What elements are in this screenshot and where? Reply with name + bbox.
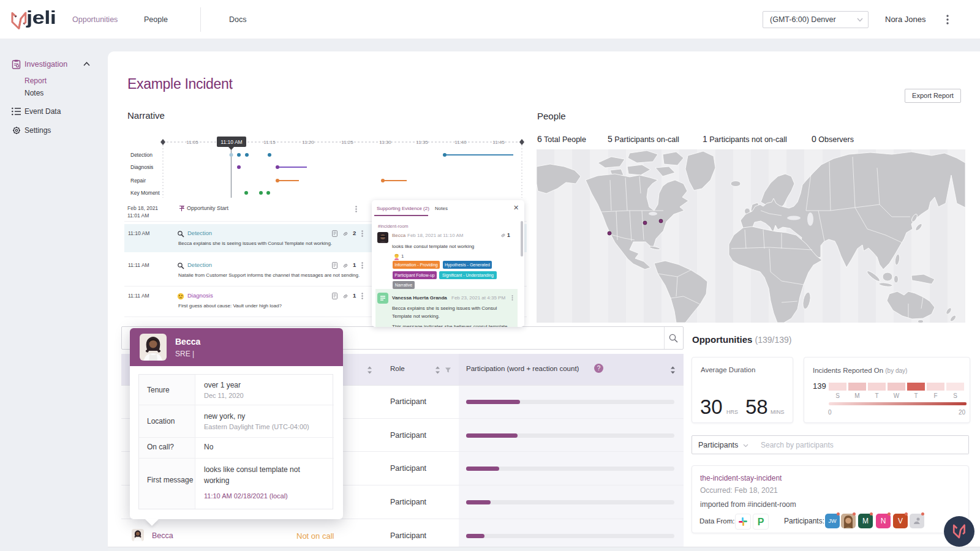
svg-text:11:20: 11:20 — [302, 140, 314, 145]
svg-text:Key Moment: Key Moment — [130, 190, 160, 196]
svg-text:11:25: 11:25 — [341, 140, 353, 145]
svg-text:Diagnosis: Diagnosis — [130, 164, 153, 170]
svg-text:11:45: 11:45 — [492, 140, 505, 145]
svg-text:11:40: 11:40 — [454, 140, 467, 145]
svg-text:11:10 AM: 11:10 AM — [221, 139, 242, 145]
svg-text:11:35: 11:35 — [416, 140, 428, 145]
svg-text:11:05: 11:05 — [186, 140, 198, 145]
svg-text:Repair: Repair — [130, 178, 146, 184]
svg-text:Detection: Detection — [130, 152, 153, 158]
svg-text:11:30: 11:30 — [379, 140, 391, 145]
svg-text:11:15: 11:15 — [263, 140, 276, 145]
